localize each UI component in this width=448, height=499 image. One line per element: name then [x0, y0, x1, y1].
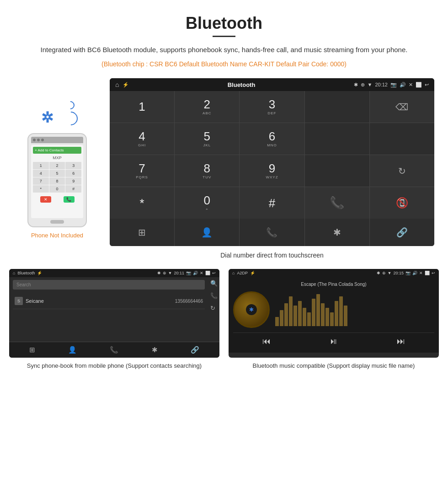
dial-key-7[interactable]: 7 PQRS [110, 155, 174, 187]
play-pause-btn[interactable]: ⏯ [330, 337, 338, 346]
back-icon[interactable]: ↩ [425, 82, 429, 88]
pb-usb-icon: ⚡ [37, 271, 42, 275]
music-cam-icon[interactable]: 📷 [405, 271, 411, 275]
phone-call-btn[interactable]: 📞 [64, 196, 75, 203]
music-usb-icon: ⚡ [250, 271, 255, 275]
phone-dot-1 [33, 139, 36, 141]
album-bt-icon: ✱ [246, 304, 257, 315]
pb-close-icon[interactable]: ✕ [200, 271, 203, 275]
phone-key-hash[interactable]: # [65, 185, 81, 193]
pb-cam-icon[interactable]: 📷 [186, 271, 191, 275]
music-app-name: A2DP [237, 271, 248, 275]
dial-end-button[interactable]: 📵 [370, 187, 434, 219]
dialer-app-name: Bluetooth [228, 81, 256, 88]
music-home-icon[interactable]: ⌂ [232, 271, 235, 275]
bottom-bt-icon[interactable]: ✱ [305, 219, 369, 246]
pb-refresh-icon[interactable]: ↻ [210, 305, 218, 311]
prev-track-btn[interactable]: ⏮ [262, 337, 271, 346]
dial-empty-1 [305, 91, 369, 123]
pb-bb-bt[interactable]: ✱ [152, 346, 158, 354]
bottom-person-icon[interactable]: 👤 [175, 219, 239, 246]
pb-sig-icon: ▼ [168, 271, 172, 275]
pb-home-icon[interactable]: ⌂ [13, 271, 15, 275]
search-bar[interactable]: Search [13, 280, 205, 290]
dial-key-1[interactable]: 1 [110, 91, 174, 123]
phone-key-9[interactable]: 9 [65, 177, 81, 185]
phone-dot-3 [41, 139, 44, 141]
pb-bb-grid[interactable]: ⊞ [29, 346, 35, 354]
phone-key-2[interactable]: 2 [49, 162, 65, 169]
signal-arcs [64, 101, 78, 125]
dial-key-9[interactable]: 9 WXYZ [240, 155, 304, 187]
pb-bottom-bar: ⊞ 👤 📞 ✱ 🔗 [9, 342, 219, 358]
phone-key-star[interactable]: * [33, 185, 49, 193]
phone-key-8[interactable]: 8 [49, 177, 65, 185]
phone-key-1[interactable]: 1 [33, 162, 49, 169]
bottom-phone-icon[interactable]: 📞 [240, 219, 304, 246]
music-vol-icon[interactable]: 🔊 [412, 271, 417, 275]
music-content: Escape (The Pina Colada Song) ✱ ⏮ ⏯ ⏭ [229, 277, 439, 353]
dialer-section: ⌂ ⚡ Bluetooth ✱ ⊕ ▼ 20:12 📷 🔊 ✕ ⬜ ↩ [105, 78, 434, 264]
search-placeholder: Search [16, 282, 31, 287]
eq-bar [344, 306, 347, 326]
music-close-icon[interactable]: ✕ [419, 271, 423, 275]
phone-key-4[interactable]: 4 [33, 170, 49, 177]
camera-icon[interactable]: 📷 [390, 82, 397, 88]
pb-bb-link[interactable]: 🔗 [191, 346, 199, 354]
bluetooth-signal: ✲ [37, 97, 78, 129]
window-icon[interactable]: ⬜ [416, 82, 422, 88]
phonebook-sidebar-icons: 🔍 📞 ↻ [208, 277, 219, 314]
signal-arc-small [64, 100, 76, 111]
dial-refresh[interactable]: ↻ [370, 155, 434, 187]
phonebook-item: ⌂ Bluetooth ⚡ ✱ ⊕ ▼ 20:11 📷 🔊 ✕ ⬜ ↩ [9, 269, 219, 370]
dial-key-8[interactable]: 8 TUV [175, 155, 239, 187]
dial-backspace[interactable]: ⌫ [370, 91, 434, 123]
pb-bb-person[interactable]: 👤 [68, 346, 77, 354]
dial-key-4[interactable]: 4 GHI [110, 123, 174, 155]
phone-key-7[interactable]: 7 [33, 177, 49, 185]
bottom-grid-icon[interactable]: ⊞ [110, 219, 174, 246]
song-title: Escape (The Pina Colada Song) [301, 282, 366, 287]
eq-bar [312, 299, 315, 326]
next-track-btn[interactable]: ⏭ [397, 337, 405, 346]
dial-key-star[interactable]: * [110, 187, 174, 219]
status-time: 20:12 [375, 82, 388, 87]
phone-key-0[interactable]: 0 [49, 185, 65, 193]
dial-key-3[interactable]: 3 DEF [240, 91, 304, 123]
pb-vol-icon[interactable]: 🔊 [193, 271, 198, 275]
pb-back-icon[interactable]: ↩ [212, 271, 216, 275]
phone-mockup: + Add to Contacts MXP 1 2 3 4 5 6 7 8 9 … [27, 133, 87, 227]
bottom-link-icon[interactable]: 🔗 [370, 219, 434, 246]
dial-key-6[interactable]: 6 MNO [240, 123, 304, 155]
volume-icon[interactable]: 🔊 [400, 82, 406, 88]
eq-bar [293, 306, 297, 326]
phonebook-statusbar: ⌂ Bluetooth ⚡ ✱ ⊕ ▼ 20:11 📷 🔊 ✕ ⬜ ↩ [9, 269, 219, 277]
eq-bar [275, 317, 279, 326]
dial-key-5[interactable]: 5 JKL [175, 123, 239, 155]
music-back-icon[interactable]: ↩ [432, 271, 435, 275]
phone-contact-row: + Add to Contacts [33, 147, 81, 154]
dial-key-2[interactable]: 2 ABC [175, 91, 239, 123]
signal-arc-large [61, 109, 80, 128]
page-specs: (Bluetooth chip : CSR BC6 Default Blueto… [27, 59, 421, 69]
phone-key-5[interactable]: 5 [49, 170, 65, 177]
title-underline [213, 36, 235, 37]
pb-call-icon[interactable]: 📞 [210, 292, 218, 299]
phone-status-bar [31, 137, 83, 143]
pb-bb-phone[interactable]: 📞 [110, 346, 118, 354]
music-item: ⌂ A2DP ⚡ ✱ ⊕ ▼ 20:15 📷 🔊 ✕ ⬜ ↩ [229, 269, 439, 370]
pb-search-icon[interactable]: 🔍 [210, 280, 218, 287]
dial-key-hash[interactable]: # [240, 187, 304, 219]
phone-key-3[interactable]: 3 [65, 162, 81, 169]
pb-win-icon[interactable]: ⬜ [205, 271, 210, 275]
close-icon[interactable]: ✕ [409, 82, 413, 88]
dial-call-button[interactable]: 📞 [305, 187, 369, 219]
phonebook-caption-text: Sync phone-book from mobile phone (Suppo… [27, 362, 202, 369]
dial-key-0[interactable]: 0 + [175, 187, 239, 219]
phone-home-button[interactable] [50, 220, 64, 224]
phone-key-6[interactable]: 6 [65, 170, 81, 177]
phone-end-btn[interactable]: ✕ [40, 196, 51, 203]
music-win-icon[interactable]: ⬜ [425, 271, 430, 275]
home-icon[interactable]: ⌂ [115, 81, 119, 88]
dial-empty-4 [305, 155, 369, 187]
